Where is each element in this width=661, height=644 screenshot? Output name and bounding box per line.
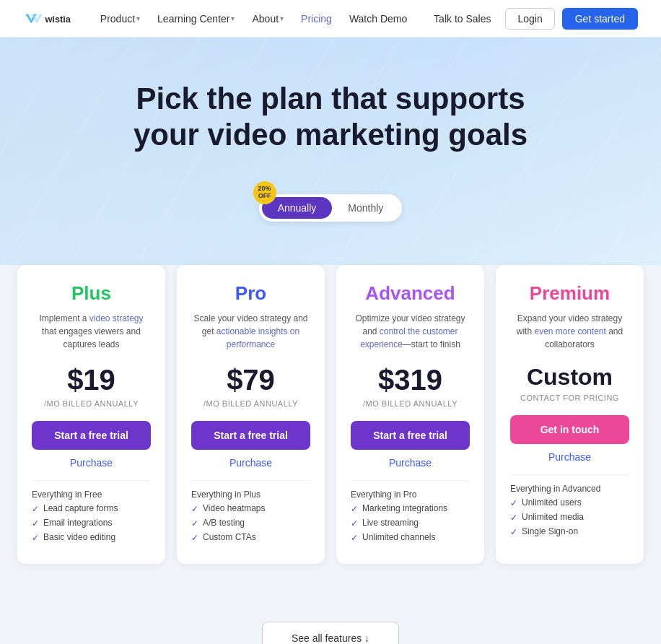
- divider: [32, 480, 151, 481]
- plan-price-premium: Custom: [510, 364, 629, 391]
- feature-item: ✓Unlimited media: [510, 512, 629, 523]
- start-trial-advanced-button[interactable]: Start a free trial: [351, 421, 470, 450]
- start-trial-pro-button[interactable]: Start a free trial: [191, 421, 310, 450]
- check-icon: ✓: [191, 504, 198, 514]
- plan-desc-plus: Implement a video strategy that engages …: [32, 312, 151, 352]
- plan-desc-advanced: Optimize your video strategy and control…: [351, 312, 470, 352]
- plan-card-pro: Pro Scale your video strategy and get ac…: [177, 265, 325, 564]
- feature-item: ✓Unlimited users: [510, 497, 629, 508]
- nav-item-learning-center[interactable]: Learning Center ▾: [150, 9, 242, 29]
- divider: [351, 480, 470, 481]
- check-icon: ✓: [32, 533, 39, 543]
- wistia-logo-svg: wistia: [23, 9, 81, 29]
- features-heading-advanced: Everything in Pro: [351, 489, 470, 500]
- feature-item: ✓Email integrations: [32, 518, 151, 528]
- features-heading-premium: Everything in Advanced: [510, 484, 629, 494]
- chevron-down-icon: ▾: [280, 14, 284, 22]
- logo[interactable]: wistia: [23, 9, 81, 29]
- plan-billing-plus: /MO BILLED ANNUALLY: [32, 399, 151, 408]
- features-heading-pro: Everything in Plus: [191, 489, 310, 500]
- nav-item-watch-demo[interactable]: Watch Demo: [342, 9, 414, 29]
- feature-item: ✓Marketing integrations: [351, 503, 470, 514]
- svg-text:wistia: wistia: [44, 13, 71, 24]
- purchase-premium-button[interactable]: Purchase: [510, 451, 629, 463]
- nav-item-pricing[interactable]: Pricing: [294, 9, 339, 29]
- monthly-toggle[interactable]: Monthly: [332, 197, 399, 219]
- features-list-pro: Everything in Plus ✓Video heatmaps ✓A/B …: [191, 489, 310, 543]
- see-all-section: See all features ↓: [0, 607, 661, 644]
- plan-price-advanced: $319: [351, 364, 470, 396]
- get-started-button[interactable]: Get started: [562, 8, 638, 30]
- feature-item: ✓Lead capture forms: [32, 503, 151, 514]
- see-all-features-button[interactable]: See all features ↓: [262, 622, 399, 644]
- plan-desc-pro: Scale your video strategy and get action…: [191, 312, 310, 352]
- check-icon: ✓: [32, 518, 39, 528]
- nav-right: Talk to Sales Login Get started: [426, 8, 638, 30]
- purchase-plus-button[interactable]: Purchase: [32, 457, 151, 469]
- features-heading-plus: Everything in Free: [32, 489, 151, 500]
- feature-item: ✓Basic video editing: [32, 532, 151, 543]
- check-icon: ✓: [510, 498, 517, 508]
- start-trial-plus-button[interactable]: Start a free trial: [32, 421, 151, 450]
- feature-item: ✓Video heatmaps: [191, 503, 310, 514]
- nav-item-about[interactable]: About ▾: [245, 9, 291, 29]
- plan-price-plus: $19: [32, 364, 151, 396]
- check-icon: ✓: [191, 518, 198, 528]
- divider: [510, 474, 629, 475]
- features-list-advanced: Everything in Pro ✓Marketing integration…: [351, 489, 470, 543]
- discount-badge: 20% OFF: [253, 181, 276, 204]
- login-button[interactable]: Login: [505, 8, 554, 30]
- plan-card-plus: Plus Implement a video strategy that eng…: [17, 265, 165, 564]
- billing-toggle: 20% OFF Annually Monthly: [259, 194, 403, 222]
- feature-item: ✓Unlimited channels: [351, 532, 470, 543]
- plan-billing-advanced: /MO BILLED ANNUALLY: [351, 399, 470, 408]
- plans-grid: Plus Implement a video strategy that eng…: [17, 265, 644, 564]
- check-icon: ✓: [351, 533, 358, 543]
- check-icon: ✓: [191, 533, 198, 543]
- check-icon: ✓: [351, 518, 358, 528]
- feature-item: ✓Custom CTAs: [191, 532, 310, 543]
- plan-card-premium: Premium Expand your video strategy with …: [496, 265, 644, 564]
- chevron-down-icon: ▾: [231, 14, 235, 22]
- nav-item-product[interactable]: Product ▾: [93, 9, 147, 29]
- plans-section: Plus Implement a video strategy that eng…: [0, 265, 661, 607]
- plan-name-advanced: Advanced: [351, 282, 470, 305]
- feature-item: ✓Single Sign-on: [510, 526, 629, 537]
- plan-billing-pro: /MO BILLED ANNUALLY: [191, 399, 310, 408]
- plan-billing-premium: CONTACT FOR PRICING: [510, 393, 629, 402]
- purchase-pro-button[interactable]: Purchase: [191, 457, 310, 469]
- purchase-advanced-button[interactable]: Purchase: [351, 457, 470, 469]
- get-in-touch-button[interactable]: Get in touch: [510, 415, 629, 444]
- features-list-plus: Everything in Free ✓Lead capture forms ✓…: [32, 489, 151, 543]
- talk-to-sales-link[interactable]: Talk to Sales: [426, 9, 498, 29]
- check-icon: ✓: [351, 504, 358, 514]
- hero-title: Pick the plan that supports your video m…: [14, 81, 647, 154]
- plan-name-plus: Plus: [32, 282, 151, 305]
- feature-item: ✓A/B testing: [191, 518, 310, 528]
- nav-items: Product ▾ Learning Center ▾ About ▾ Pric…: [93, 9, 414, 29]
- plan-desc-premium: Expand your video strategy with even mor…: [510, 312, 629, 352]
- navbar: wistia Product ▾ Learning Center ▾ About…: [0, 0, 661, 38]
- check-icon: ✓: [32, 504, 39, 514]
- features-list-premium: Everything in Advanced ✓Unlimited users …: [510, 484, 629, 537]
- plan-name-premium: Premium: [510, 282, 629, 305]
- check-icon: ✓: [510, 513, 517, 523]
- check-icon: ✓: [510, 527, 517, 537]
- chevron-down-icon: ▾: [136, 14, 140, 22]
- plan-card-advanced: Advanced Optimize your video strategy an…: [336, 265, 484, 564]
- divider: [191, 480, 310, 481]
- plan-price-pro: $79: [191, 364, 310, 396]
- plan-name-pro: Pro: [191, 282, 310, 305]
- feature-item: ✓Live streaming: [351, 518, 470, 528]
